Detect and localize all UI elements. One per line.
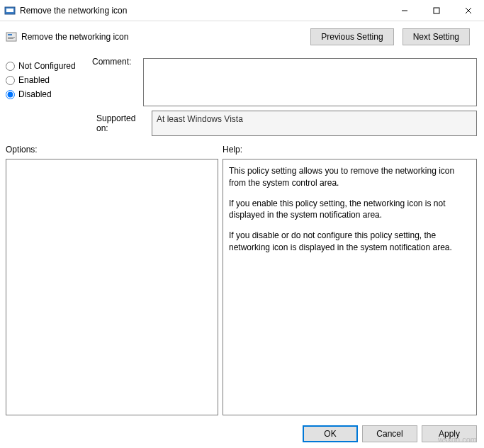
svg-rect-1 (6, 9, 13, 12)
window-title: Remove the networking icon (20, 6, 388, 16)
svg-rect-9 (8, 38, 13, 39)
close-button[interactable] (452, 0, 484, 21)
watermark: wsxdn.com (438, 435, 477, 444)
svg-rect-8 (8, 37, 15, 38)
ok-button[interactable]: OK (303, 425, 358, 442)
help-text-2: If you enable this policy setting, the n… (229, 198, 471, 222)
help-panel: This policy setting allows you to remove… (223, 159, 477, 415)
footer: OK Cancel Apply (0, 420, 484, 448)
maximize-button[interactable] (420, 0, 452, 21)
app-icon (4, 5, 16, 16)
options-label: Options: (6, 140, 218, 159)
svg-rect-3 (434, 8, 439, 13)
minimize-button[interactable] (388, 0, 420, 21)
policy-title: Remove the networking icon (21, 32, 310, 42)
options-panel (6, 159, 218, 415)
previous-setting-button[interactable]: Previous Setting (310, 28, 393, 45)
next-setting-button[interactable]: Next Setting (403, 28, 470, 45)
svg-rect-7 (8, 34, 12, 35)
supported-on-value (152, 111, 477, 136)
help-text-1: This policy setting allows you to remove… (229, 165, 471, 189)
help-label: Help: (223, 140, 477, 159)
help-text-3: If you disable or do not configure this … (229, 230, 471, 254)
titlebar: Remove the networking icon (0, 0, 484, 21)
supported-on-label: Supported on: (0, 111, 152, 138)
policy-icon (6, 31, 17, 43)
cancel-button[interactable]: Cancel (362, 425, 417, 442)
comment-textarea[interactable] (143, 58, 477, 106)
header: Remove the networking icon Previous Sett… (0, 21, 484, 52)
